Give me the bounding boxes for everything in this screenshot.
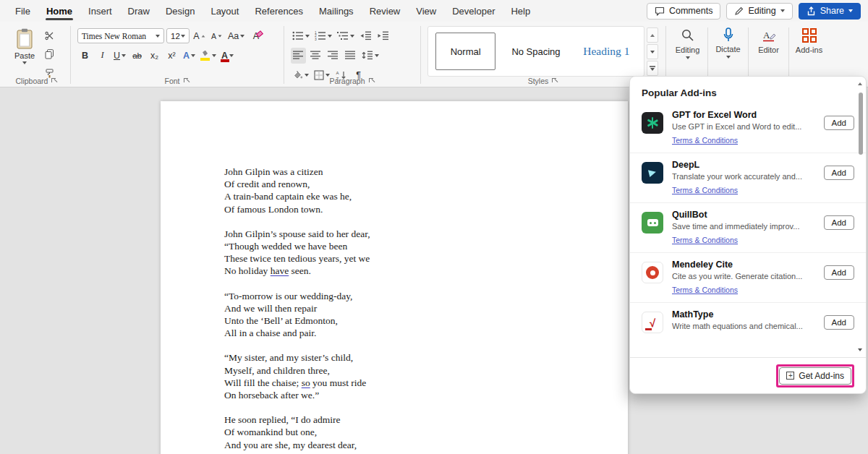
copy-button[interactable] [42,46,57,62]
multilevel-list-button[interactable] [336,28,356,44]
subscript-button[interactable]: x₂ [147,48,162,64]
stanza: He soon replied, “I do admireOf womankin… [224,414,370,451]
chevron-down-icon [726,56,731,59]
increase-indent-button[interactable] [375,28,391,44]
menu-tab-file[interactable]: File [7,1,38,21]
numbering-button[interactable]: 123 [313,28,333,44]
bold-button[interactable]: B [77,48,93,64]
comments-button[interactable]: Comments [647,3,720,20]
underline-button[interactable]: U [112,48,127,64]
topbar-right: Comments Editing Share [647,3,861,20]
gpt-glyph [652,117,654,129]
paragraph-row-2 [291,46,414,65]
change-case-button[interactable]: Aa [226,28,246,44]
dialog-launcher-icon[interactable] [184,78,190,85]
style-heading1[interactable]: Heading 1 [576,33,637,70]
poem-line: Of womankind but one, [224,426,370,438]
terms-link[interactable]: Terms & Conditions [672,136,738,145]
styles-scroll-up-button[interactable] [647,27,658,43]
strikethrough-button[interactable]: ab [129,48,145,64]
menu-tab-layout[interactable]: Layout [203,1,247,21]
styles-more-button[interactable] [647,61,658,76]
add-button[interactable]: Add [824,166,854,180]
text-effects-button[interactable]: A [182,48,197,64]
justify-button[interactable] [343,48,358,64]
chevron-down-icon [181,35,185,38]
button-divider [748,27,749,81]
chevron-down-icon [375,54,379,57]
magnifier-icon [680,27,696,43]
grow-font-button[interactable]: A [192,28,207,44]
scroll-up-icon [858,82,862,85]
editing-mode-button[interactable]: Editing [726,3,792,20]
cut-button[interactable] [42,27,57,43]
font-color-button[interactable]: A [220,48,235,64]
bullets-button[interactable] [291,28,311,44]
group-divider [70,26,71,84]
svg-text:A: A [763,30,770,40]
clear-formatting-button[interactable]: A [248,28,263,44]
stanza: John Gilpin’s spouse said to her dear,“T… [224,228,370,278]
scroll-thumb[interactable] [859,93,863,155]
group-divider [420,26,421,84]
terms-link[interactable]: Terms & Conditions [672,286,738,294]
addin-description: Cite as you write. Generate citation... [672,272,815,280]
menu-tab-references[interactable]: References [247,1,310,21]
style-normal[interactable]: Normal [435,33,495,70]
add-button[interactable]: Add [824,215,854,230]
menu-tab-developer[interactable]: Developer [444,1,503,21]
menu-tab-help[interactable]: Help [503,1,538,21]
menu-tab-home[interactable]: Home [38,1,80,21]
dialog-launcher-icon[interactable] [369,78,375,85]
font-color-glyph: A [221,51,228,61]
decrease-indent-button[interactable] [358,28,373,44]
add-button[interactable]: Add [824,265,854,280]
chevron-down-icon [305,35,310,38]
font-family-select[interactable]: Times New Roman [77,28,164,43]
grammar-underline: have [271,265,289,276]
menu-tab-review[interactable]: Review [362,1,409,21]
add-button[interactable]: Add [824,116,854,130]
shrink-font-button[interactable]: A [209,28,224,44]
dialog-launcher-icon[interactable] [552,78,558,85]
highlight-color-button[interactable] [199,48,218,64]
addin-name: Mendeley Cite [672,260,815,270]
comment-bubble-icon [655,7,665,16]
terms-link[interactable]: Terms & Conditions [672,236,738,244]
superscript-button[interactable]: x² [164,48,179,64]
styles-scroll-down-button[interactable] [647,44,658,59]
font-size-select[interactable]: 12 [166,28,190,43]
menu-tab-mailings[interactable]: Mailings [311,1,362,21]
paste-button[interactable]: Paste [10,26,39,81]
editor-icon: A [761,27,777,43]
document-page[interactable]: John Gilpin was a citizenOf credit and r… [161,101,628,454]
mathtype-logo-icon [642,312,663,333]
align-right-button[interactable] [326,48,341,64]
styles-label-text: Styles [528,77,549,85]
addin-info: DeepLTranslate your work accurately and.… [672,160,815,196]
menu-tab-design[interactable]: Design [158,1,203,21]
terms-link[interactable]: Terms & Conditions [672,186,738,194]
clipboard-small-buttons [42,26,57,81]
quillbot-glyph [647,219,658,226]
caret-up-icon [650,34,655,37]
italic-button[interactable]: I [95,48,110,64]
panel-scrollbar[interactable] [857,81,864,353]
style-nospacing[interactable]: No Spacing [506,33,566,70]
styles-gallery-arrows [647,26,658,77]
menu-tab-insert[interactable]: Insert [80,1,120,21]
font-row-1: Times New Roman 12 A A Aa A [77,26,277,46]
align-left-button[interactable] [291,48,306,64]
get-addins-button[interactable]: Get Add-ins [779,367,851,385]
menu-tab-view[interactable]: View [408,1,444,21]
addin-description: Use GPT in Excel and Word to edit... [672,122,815,131]
grow-font-glyph: A [193,31,199,41]
styles-gallery: NormalNo SpacingHeading 1 [427,26,644,77]
line-spacing-button[interactable] [360,48,380,64]
add-button[interactable]: Add [824,315,854,330]
align-center-button[interactable] [308,48,323,64]
dialog-launcher-icon[interactable] [51,78,58,85]
menu-tab-draw[interactable]: Draw [120,1,158,21]
chevron-down-icon [122,54,126,57]
share-button[interactable]: Share [799,3,861,20]
